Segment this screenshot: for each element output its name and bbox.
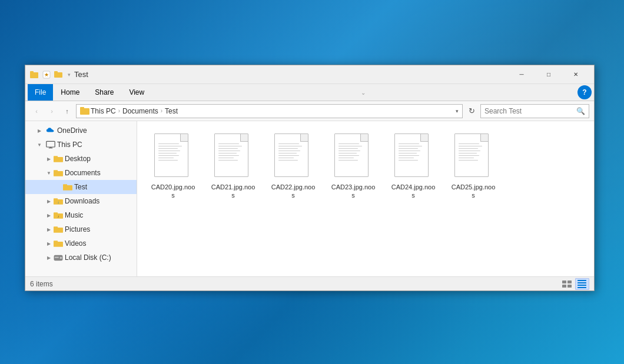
back-button[interactable]: ‹: [30, 105, 43, 118]
search-icon[interactable]: 🔍: [576, 107, 585, 115]
file-explorer-window: ★ ▾ Test ─ □ ✕ File Home Share: [25, 65, 595, 291]
help-button[interactable]: ?: [577, 85, 592, 99]
status-bar: 6 items: [25, 276, 594, 290]
sidebar-item-downloads[interactable]: ▶ ↓ Downloads: [25, 194, 137, 208]
svg-rect-33: [567, 285, 572, 288]
svg-rect-31: [567, 280, 572, 283]
file-item[interactable]: CAD25.jpg.noos: [447, 131, 500, 203]
view-list-button[interactable]: [560, 278, 574, 290]
sidebar-item-videos[interactable]: ▶ Videos: [25, 236, 137, 251]
svg-rect-30: [562, 280, 566, 283]
sidebar-label-test: Test: [74, 183, 134, 191]
expand-icon-pictures: ▶: [44, 225, 54, 234]
sidebar-item-test[interactable]: ▶ Test: [25, 180, 137, 194]
sidebar-label-onedrive: OneDrive: [57, 126, 134, 135]
view-toggle: [560, 278, 589, 290]
svg-rect-16: [63, 184, 67, 186]
breadcrumb-thispc[interactable]: This PC: [91, 107, 116, 115]
expand-icon-downloads: ▶: [44, 196, 54, 206]
drive-icon: [54, 254, 63, 262]
tab-view[interactable]: View: [121, 84, 152, 101]
svg-rect-14: [54, 170, 58, 172]
ribbon-tabs: File Home Share View ⌄ ?: [25, 84, 594, 101]
sidebar-label-pictures: Pictures: [65, 225, 134, 233]
file-name-5: CAD24.jpg.noos: [390, 183, 437, 200]
file-name-1: CAD20.jpg.noos: [150, 183, 197, 200]
sidebar-item-thispc[interactable]: ▼ This PC: [25, 138, 137, 152]
sidebar-item-pictures[interactable]: ▶ Pictures: [25, 222, 137, 236]
expand-icon-documents: ▼: [44, 168, 54, 178]
sidebar-label-videos: Videos: [65, 239, 134, 248]
file-item[interactable]: CAD21.jpg.noos: [207, 131, 260, 203]
breadcrumb-dropdown-icon[interactable]: ▾: [456, 108, 459, 114]
file-icon-6: [454, 133, 492, 181]
file-icon-4: [334, 133, 372, 181]
ribbon-collapse-icon[interactable]: ⌄: [361, 89, 366, 96]
forward-button[interactable]: ›: [45, 105, 58, 118]
sidebar-label-documents: Documents: [65, 169, 134, 177]
main-area: ▶ OneDrive ▼ This PC: [25, 121, 594, 276]
sidebar-label-music: Music: [65, 211, 134, 219]
sidebar-item-documents[interactable]: ▼ Documents: [25, 166, 137, 180]
folder-icon-videos: [54, 240, 63, 248]
folder-icon-pictures: [54, 226, 63, 233]
address-bar: ‹ › ↑ This PC › Documents › Test ▾ ↻ 🔍: [25, 101, 594, 121]
tab-share[interactable]: Share: [87, 84, 121, 101]
file-name-6: CAD25.jpg.noos: [450, 183, 497, 200]
svg-point-28: [60, 256, 62, 259]
expand-icon-desktop: ▶: [44, 154, 54, 163]
view-grid-button[interactable]: [575, 278, 589, 290]
file-area: CAD20.jpg.noos: [137, 121, 594, 276]
close-button[interactable]: ✕: [562, 65, 589, 84]
breadcrumb-bar[interactable]: This PC › Documents › Test ▾: [76, 104, 463, 118]
svg-rect-32: [562, 285, 566, 288]
folder-icon-test: [63, 183, 72, 191]
svg-rect-35: [577, 282, 586, 283]
expand-icon-music: ▶: [44, 211, 54, 220]
cloud-icon: [46, 126, 55, 135]
refresh-button[interactable]: ↻: [465, 105, 478, 118]
expand-icon-thispc: ▼: [35, 140, 44, 149]
title-bar-icons: ★: [30, 70, 63, 79]
sidebar-item-music[interactable]: ▶ ♪ Music: [25, 208, 137, 222]
breadcrumb-test[interactable]: Test: [165, 107, 178, 115]
search-input[interactable]: [484, 107, 576, 115]
svg-text:↓: ↓: [57, 200, 59, 204]
breadcrumb-sep-2: ›: [161, 108, 162, 114]
file-item[interactable]: CAD22.jpg.noos: [267, 131, 320, 203]
expand-icon-localdisk: ▶: [44, 253, 54, 262]
sidebar: ▶ OneDrive ▼ This PC: [25, 121, 137, 276]
grid-view-icon: [577, 280, 587, 288]
sidebar-item-desktop[interactable]: ▶ Desktop: [25, 152, 137, 166]
svg-rect-24: [54, 226, 58, 229]
file-item[interactable]: CAD24.jpg.noos: [387, 131, 440, 203]
svg-rect-37: [577, 287, 586, 288]
file-item[interactable]: CAD23.jpg.noos: [327, 131, 380, 203]
breadcrumb-documents[interactable]: Documents: [122, 107, 158, 115]
minimize-button[interactable]: ─: [508, 65, 535, 84]
file-icon-5: [394, 133, 432, 181]
tab-file[interactable]: File: [28, 84, 53, 101]
ribbon: File Home Share View ⌄ ?: [25, 84, 594, 101]
folder-icon-downloads: ↓: [54, 198, 63, 205]
title-bar-expand: ▾: [68, 72, 71, 78]
qat-icon: [54, 70, 63, 79]
file-name-2: CAD21.jpg.noos: [210, 183, 257, 200]
sidebar-label-thispc: This PC: [57, 141, 134, 149]
tab-home[interactable]: Home: [53, 84, 87, 101]
file-item[interactable]: CAD20.jpg.noos: [147, 131, 200, 203]
sidebar-label-desktop: Desktop: [65, 155, 134, 163]
sidebar-item-localdisk[interactable]: ▶ Local Disk (C:): [25, 251, 137, 265]
status-item-count: 6 items: [30, 280, 560, 288]
file-icon-1: [154, 133, 192, 181]
breadcrumb-folder-icon: [80, 107, 89, 115]
up-button[interactable]: ↑: [61, 105, 74, 118]
maximize-button[interactable]: □: [535, 65, 562, 84]
svg-rect-7: [80, 107, 84, 109]
search-box[interactable]: 🔍: [480, 104, 589, 118]
expand-icon-videos: ▶: [44, 239, 54, 248]
sidebar-label-localdisk: Local Disk (C:): [65, 253, 134, 262]
sidebar-item-onedrive[interactable]: ▶ OneDrive: [25, 123, 137, 138]
folder-icon-title: [30, 70, 39, 79]
svg-rect-8: [47, 141, 55, 147]
